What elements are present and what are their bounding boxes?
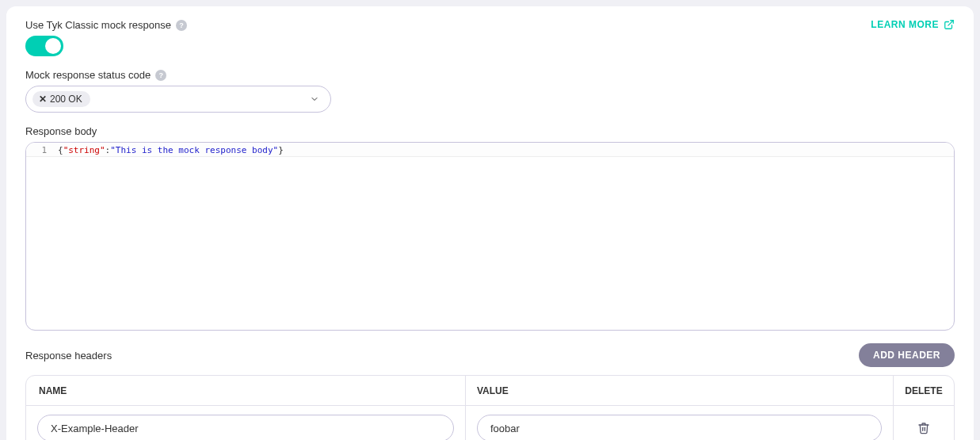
col-header-name: NAME bbox=[26, 376, 466, 405]
chip-remove-icon[interactable]: ✕ bbox=[39, 94, 47, 105]
external-link-icon bbox=[944, 19, 955, 30]
learn-more-text: LEARN MORE bbox=[871, 19, 939, 30]
status-code-label-row: Mock response status code ? bbox=[25, 69, 955, 81]
chevron-down-icon bbox=[310, 94, 319, 104]
response-body-label: Response body bbox=[25, 125, 955, 137]
mock-response-panel: Use Tyk Classic mock response ? LEARN MO… bbox=[6, 6, 974, 440]
toggle-label-row: Use Tyk Classic mock response ? bbox=[25, 19, 187, 31]
status-code-chip[interactable]: ✕ 200 OK bbox=[32, 91, 90, 107]
help-icon[interactable]: ? bbox=[155, 70, 166, 81]
section-header: Use Tyk Classic mock response ? LEARN MO… bbox=[25, 19, 955, 69]
trash-icon[interactable] bbox=[917, 422, 930, 434]
response-body-editor[interactable]: 1 {"string":"This is the mock response b… bbox=[25, 142, 955, 331]
toggle-label: Use Tyk Classic mock response bbox=[25, 19, 171, 31]
add-header-button[interactable]: ADD HEADER bbox=[859, 343, 955, 367]
header-name-input[interactable] bbox=[37, 415, 454, 440]
classic-mock-toggle[interactable] bbox=[25, 36, 63, 56]
headers-table: NAME VALUE DELETE bbox=[25, 375, 955, 440]
status-code-select[interactable]: ✕ 200 OK bbox=[25, 86, 331, 113]
col-header-delete: DELETE bbox=[894, 376, 954, 405]
table-head: NAME VALUE DELETE bbox=[26, 376, 954, 406]
table-row bbox=[26, 406, 954, 440]
line-number: 1 bbox=[26, 144, 53, 156]
response-headers-label: Response headers bbox=[25, 350, 112, 362]
svg-line-0 bbox=[948, 21, 953, 25]
col-header-value: VALUE bbox=[466, 376, 894, 405]
learn-more-link[interactable]: LEARN MORE bbox=[871, 19, 955, 30]
status-code-value: 200 OK bbox=[50, 94, 82, 105]
add-header-label: ADD HEADER bbox=[873, 350, 940, 361]
help-icon[interactable]: ? bbox=[176, 20, 187, 31]
headers-header: Response headers ADD HEADER bbox=[25, 343, 955, 367]
header-value-input[interactable] bbox=[477, 415, 882, 440]
code-content[interactable]: {"string":"This is the mock response bod… bbox=[53, 144, 954, 156]
toggle-knob bbox=[45, 38, 61, 54]
code-line: 1 {"string":"This is the mock response b… bbox=[26, 143, 954, 157]
status-code-label: Mock response status code bbox=[25, 69, 151, 81]
